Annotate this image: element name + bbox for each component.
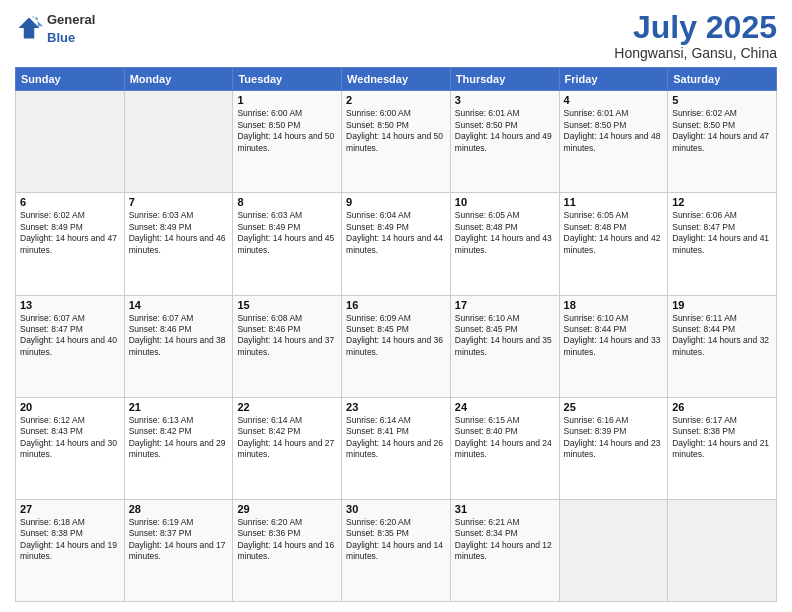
day-info: Sunrise: 6:19 AM Sunset: 8:37 PM Dayligh… (129, 517, 229, 563)
day-cell: 2Sunrise: 6:00 AM Sunset: 8:50 PM Daylig… (342, 91, 451, 193)
day-info: Sunrise: 6:14 AM Sunset: 8:42 PM Dayligh… (237, 415, 337, 461)
day-info: Sunrise: 6:00 AM Sunset: 8:50 PM Dayligh… (237, 108, 337, 154)
day-number: 14 (129, 299, 229, 311)
week-row-5: 27Sunrise: 6:18 AM Sunset: 8:38 PM Dayli… (16, 499, 777, 601)
day-number: 25 (564, 401, 664, 413)
day-number: 16 (346, 299, 446, 311)
day-cell: 7Sunrise: 6:03 AM Sunset: 8:49 PM Daylig… (124, 193, 233, 295)
weekday-header-monday: Monday (124, 68, 233, 91)
day-number: 4 (564, 94, 664, 106)
day-cell: 16Sunrise: 6:09 AM Sunset: 8:45 PM Dayli… (342, 295, 451, 397)
day-number: 30 (346, 503, 446, 515)
weekday-header-tuesday: Tuesday (233, 68, 342, 91)
day-cell: 22Sunrise: 6:14 AM Sunset: 8:42 PM Dayli… (233, 397, 342, 499)
day-cell: 17Sunrise: 6:10 AM Sunset: 8:45 PM Dayli… (450, 295, 559, 397)
day-cell (559, 499, 668, 601)
weekday-header-friday: Friday (559, 68, 668, 91)
day-info: Sunrise: 6:17 AM Sunset: 8:38 PM Dayligh… (672, 415, 772, 461)
day-number: 24 (455, 401, 555, 413)
day-info: Sunrise: 6:14 AM Sunset: 8:41 PM Dayligh… (346, 415, 446, 461)
day-info: Sunrise: 6:02 AM Sunset: 8:49 PM Dayligh… (20, 210, 120, 256)
logo-text: General Blue (47, 10, 95, 46)
day-number: 18 (564, 299, 664, 311)
day-cell: 14Sunrise: 6:07 AM Sunset: 8:46 PM Dayli… (124, 295, 233, 397)
day-cell: 8Sunrise: 6:03 AM Sunset: 8:49 PM Daylig… (233, 193, 342, 295)
day-number: 9 (346, 196, 446, 208)
day-cell: 20Sunrise: 6:12 AM Sunset: 8:43 PM Dayli… (16, 397, 125, 499)
day-number: 19 (672, 299, 772, 311)
day-number: 26 (672, 401, 772, 413)
day-number: 13 (20, 299, 120, 311)
day-info: Sunrise: 6:01 AM Sunset: 8:50 PM Dayligh… (455, 108, 555, 154)
day-info: Sunrise: 6:06 AM Sunset: 8:47 PM Dayligh… (672, 210, 772, 256)
day-number: 31 (455, 503, 555, 515)
logo-general: General (47, 12, 95, 27)
day-number: 27 (20, 503, 120, 515)
day-info: Sunrise: 6:08 AM Sunset: 8:46 PM Dayligh… (237, 313, 337, 359)
day-info: Sunrise: 6:20 AM Sunset: 8:36 PM Dayligh… (237, 517, 337, 563)
day-cell: 11Sunrise: 6:05 AM Sunset: 8:48 PM Dayli… (559, 193, 668, 295)
calendar-table: SundayMondayTuesdayWednesdayThursdayFrid… (15, 67, 777, 602)
day-cell (16, 91, 125, 193)
day-number: 5 (672, 94, 772, 106)
calendar-title: July 2025 (614, 10, 777, 45)
day-cell (124, 91, 233, 193)
weekday-header-sunday: Sunday (16, 68, 125, 91)
logo: General Blue (15, 10, 95, 46)
day-cell: 12Sunrise: 6:06 AM Sunset: 8:47 PM Dayli… (668, 193, 777, 295)
day-number: 22 (237, 401, 337, 413)
day-cell: 23Sunrise: 6:14 AM Sunset: 8:41 PM Dayli… (342, 397, 451, 499)
day-cell: 18Sunrise: 6:10 AM Sunset: 8:44 PM Dayli… (559, 295, 668, 397)
day-info: Sunrise: 6:05 AM Sunset: 8:48 PM Dayligh… (564, 210, 664, 256)
calendar-subtitle: Hongwansi, Gansu, China (614, 45, 777, 61)
day-number: 15 (237, 299, 337, 311)
day-info: Sunrise: 6:13 AM Sunset: 8:42 PM Dayligh… (129, 415, 229, 461)
day-info: Sunrise: 6:07 AM Sunset: 8:46 PM Dayligh… (129, 313, 229, 359)
week-row-1: 1Sunrise: 6:00 AM Sunset: 8:50 PM Daylig… (16, 91, 777, 193)
day-cell: 5Sunrise: 6:02 AM Sunset: 8:50 PM Daylig… (668, 91, 777, 193)
day-info: Sunrise: 6:20 AM Sunset: 8:35 PM Dayligh… (346, 517, 446, 563)
day-info: Sunrise: 6:07 AM Sunset: 8:47 PM Dayligh… (20, 313, 120, 359)
header: General Blue July 2025 Hongwansi, Gansu,… (15, 10, 777, 61)
day-info: Sunrise: 6:16 AM Sunset: 8:39 PM Dayligh… (564, 415, 664, 461)
weekday-header-thursday: Thursday (450, 68, 559, 91)
day-number: 2 (346, 94, 446, 106)
day-info: Sunrise: 6:15 AM Sunset: 8:40 PM Dayligh… (455, 415, 555, 461)
logo-blue: Blue (47, 30, 75, 45)
day-cell: 28Sunrise: 6:19 AM Sunset: 8:37 PM Dayli… (124, 499, 233, 601)
day-cell: 25Sunrise: 6:16 AM Sunset: 8:39 PM Dayli… (559, 397, 668, 499)
day-number: 8 (237, 196, 337, 208)
week-row-2: 6Sunrise: 6:02 AM Sunset: 8:49 PM Daylig… (16, 193, 777, 295)
day-info: Sunrise: 6:10 AM Sunset: 8:44 PM Dayligh… (564, 313, 664, 359)
day-cell: 29Sunrise: 6:20 AM Sunset: 8:36 PM Dayli… (233, 499, 342, 601)
day-cell: 26Sunrise: 6:17 AM Sunset: 8:38 PM Dayli… (668, 397, 777, 499)
day-cell: 6Sunrise: 6:02 AM Sunset: 8:49 PM Daylig… (16, 193, 125, 295)
day-number: 12 (672, 196, 772, 208)
day-cell: 1Sunrise: 6:00 AM Sunset: 8:50 PM Daylig… (233, 91, 342, 193)
week-row-4: 20Sunrise: 6:12 AM Sunset: 8:43 PM Dayli… (16, 397, 777, 499)
day-cell: 30Sunrise: 6:20 AM Sunset: 8:35 PM Dayli… (342, 499, 451, 601)
day-info: Sunrise: 6:01 AM Sunset: 8:50 PM Dayligh… (564, 108, 664, 154)
day-info: Sunrise: 6:21 AM Sunset: 8:34 PM Dayligh… (455, 517, 555, 563)
week-row-3: 13Sunrise: 6:07 AM Sunset: 8:47 PM Dayli… (16, 295, 777, 397)
day-number: 29 (237, 503, 337, 515)
day-number: 20 (20, 401, 120, 413)
day-info: Sunrise: 6:03 AM Sunset: 8:49 PM Dayligh… (237, 210, 337, 256)
day-cell: 9Sunrise: 6:04 AM Sunset: 8:49 PM Daylig… (342, 193, 451, 295)
logo-icon (15, 14, 43, 42)
day-cell: 10Sunrise: 6:05 AM Sunset: 8:48 PM Dayli… (450, 193, 559, 295)
day-info: Sunrise: 6:09 AM Sunset: 8:45 PM Dayligh… (346, 313, 446, 359)
day-cell (668, 499, 777, 601)
weekday-header-row: SundayMondayTuesdayWednesdayThursdayFrid… (16, 68, 777, 91)
day-cell: 19Sunrise: 6:11 AM Sunset: 8:44 PM Dayli… (668, 295, 777, 397)
day-number: 3 (455, 94, 555, 106)
day-cell: 3Sunrise: 6:01 AM Sunset: 8:50 PM Daylig… (450, 91, 559, 193)
day-number: 6 (20, 196, 120, 208)
day-info: Sunrise: 6:11 AM Sunset: 8:44 PM Dayligh… (672, 313, 772, 359)
day-cell: 21Sunrise: 6:13 AM Sunset: 8:42 PM Dayli… (124, 397, 233, 499)
day-info: Sunrise: 6:12 AM Sunset: 8:43 PM Dayligh… (20, 415, 120, 461)
day-number: 17 (455, 299, 555, 311)
day-number: 23 (346, 401, 446, 413)
svg-marker-0 (19, 18, 40, 39)
day-info: Sunrise: 6:10 AM Sunset: 8:45 PM Dayligh… (455, 313, 555, 359)
